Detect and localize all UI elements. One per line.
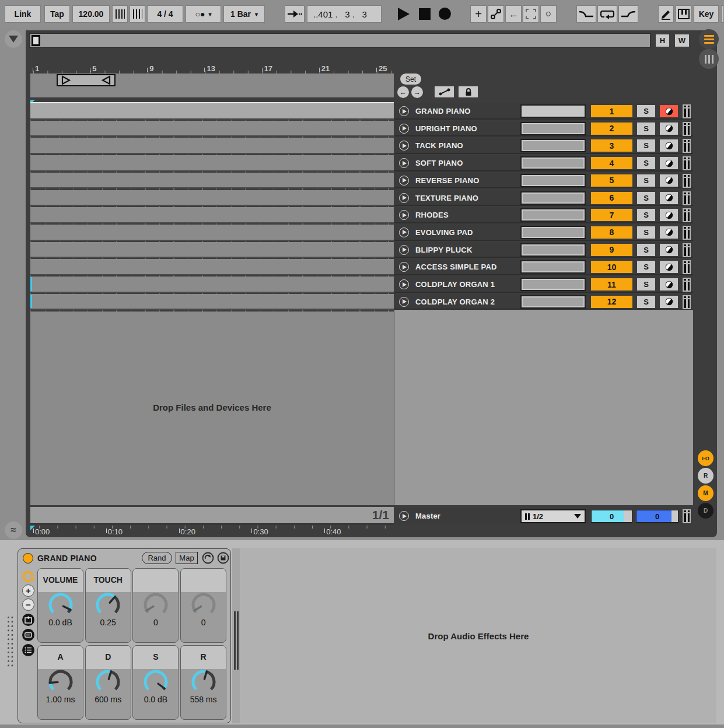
lock-envelopes-button[interactable] bbox=[459, 86, 478, 97]
track-lane[interactable] bbox=[30, 276, 394, 293]
track-header[interactable]: BLIPPY PLUCK 9 S bbox=[394, 242, 693, 258]
play-button[interactable] bbox=[398, 8, 410, 20]
solo-button[interactable]: S bbox=[637, 296, 655, 308]
track-number-button[interactable]: 4 bbox=[591, 157, 632, 169]
macro-knob[interactable] bbox=[47, 591, 75, 619]
solo-button[interactable]: S bbox=[637, 209, 655, 221]
arm-button[interactable] bbox=[660, 174, 678, 187]
beat-time-ruler[interactable]: 15913172125 bbox=[30, 61, 394, 74]
track-lane[interactable] bbox=[30, 259, 394, 275]
solo-button[interactable]: S bbox=[637, 174, 655, 187]
track-lane[interactable] bbox=[30, 102, 394, 120]
mixer-toggle-r[interactable]: R bbox=[698, 468, 713, 484]
arm-button[interactable] bbox=[660, 209, 678, 221]
track-header[interactable]: UPRIGHT PIANO 2 S bbox=[394, 121, 693, 137]
macro-knob-panel[interactable]: VOLUME 0.0 dB bbox=[37, 568, 83, 643]
quantization-menu[interactable]: 1 Bar ▾ bbox=[223, 5, 265, 23]
solo-button[interactable]: S bbox=[637, 244, 655, 256]
track-header[interactable]: TEXTURE PIANO 6 S bbox=[394, 190, 693, 206]
track-lane[interactable] bbox=[30, 207, 394, 223]
track-fader[interactable] bbox=[520, 260, 586, 274]
arrangement-position-display[interactable]: ..401 . 3 . 3 bbox=[307, 5, 382, 23]
track-number-button[interactable]: 3 bbox=[591, 139, 632, 152]
nudge-down-button[interactable] bbox=[112, 5, 128, 23]
track-header-empty-area[interactable] bbox=[394, 309, 693, 505]
prev-locator-button[interactable]: ← bbox=[397, 86, 409, 98]
mixer-panel-toggle-button[interactable] bbox=[699, 49, 719, 69]
macro-controls-toggle-button[interactable] bbox=[22, 629, 34, 641]
back-to-arrangement-button[interactable] bbox=[5, 30, 22, 48]
tempo-field[interactable]: 120.00 bbox=[72, 5, 110, 23]
solo-button[interactable]: S bbox=[637, 123, 655, 135]
hot-swap-button[interactable] bbox=[22, 570, 34, 582]
stop-button[interactable] bbox=[419, 8, 431, 20]
link-button[interactable]: Link bbox=[5, 5, 41, 23]
track-fader[interactable] bbox=[520, 156, 586, 170]
arm-button[interactable] bbox=[660, 296, 678, 308]
save-variation-button[interactable] bbox=[217, 552, 229, 564]
track-header[interactable]: COLDPLAY ORGAN 1 11 S bbox=[394, 276, 693, 293]
optimize-width-button[interactable]: W bbox=[675, 34, 689, 47]
macro-knob[interactable] bbox=[94, 668, 122, 696]
track-header[interactable]: TACK PIANO 3 S bbox=[394, 138, 693, 154]
track-lane[interactable] bbox=[30, 242, 394, 258]
track-lane[interactable] bbox=[30, 225, 394, 241]
mixer-toggle-i-o[interactable]: I-O bbox=[698, 450, 713, 466]
macro-knob-panel[interactable]: S 0.0 dB bbox=[132, 645, 179, 720]
track-fader[interactable] bbox=[520, 278, 586, 291]
time-ruler[interactable]: 0:000:100:200:300:40 bbox=[30, 526, 394, 537]
capture-button[interactable] bbox=[523, 5, 539, 23]
punch-out-button[interactable] bbox=[618, 5, 638, 23]
draw-automation-button[interactable] bbox=[435, 86, 454, 97]
macro-knob-panel[interactable]: 0 bbox=[180, 568, 226, 643]
solo-button[interactable]: S bbox=[637, 139, 655, 152]
arm-button[interactable] bbox=[660, 278, 678, 290]
chain-list-toggle-button[interactable] bbox=[22, 644, 34, 656]
track-header[interactable]: COLDPLAY ORGAN 2 12 S bbox=[394, 294, 693, 310]
macro-knob-panel[interactable]: R 558 ms bbox=[180, 645, 226, 720]
track-fader[interactable] bbox=[520, 208, 586, 222]
metronome-button[interactable]: ○● ▾ bbox=[186, 5, 221, 23]
track-number-button[interactable]: 10 bbox=[591, 261, 632, 273]
mixer-toggle-d[interactable]: D bbox=[698, 503, 713, 519]
device-chain-separator[interactable] bbox=[232, 548, 240, 723]
arm-button[interactable] bbox=[660, 192, 678, 204]
solo-button[interactable]: S bbox=[637, 278, 655, 290]
track-fader[interactable] bbox=[520, 191, 586, 205]
loop-length-row[interactable]: 1/1 bbox=[30, 507, 394, 524]
track-fader[interactable] bbox=[520, 139, 586, 152]
track-lane[interactable] bbox=[30, 294, 394, 310]
arm-button[interactable] bbox=[660, 261, 678, 273]
arrangement-track-lanes[interactable] bbox=[30, 103, 394, 312]
macro-knob[interactable] bbox=[142, 668, 170, 696]
arm-button[interactable] bbox=[660, 226, 678, 239]
track-lane[interactable] bbox=[30, 155, 394, 172]
waveform-toggle-button[interactable]: ≈ bbox=[5, 522, 22, 539]
track-number-button[interactable]: 11 bbox=[591, 278, 632, 290]
optimize-height-button[interactable]: H bbox=[656, 34, 669, 47]
track-header[interactable]: REVERSE PIANO 5 S bbox=[394, 173, 693, 189]
macro-variation-store-button[interactable] bbox=[22, 614, 34, 626]
master-track-header[interactable]: Master 1/2 0 0 bbox=[394, 508, 693, 524]
follow-button[interactable] bbox=[285, 5, 305, 23]
master-pan-box[interactable]: 0 bbox=[591, 510, 632, 523]
cue-out-selector[interactable]: 1/2 bbox=[520, 509, 586, 523]
solo-button[interactable]: S bbox=[637, 192, 655, 204]
macro-knob[interactable] bbox=[142, 591, 170, 619]
track-header[interactable]: ACCESS SIMPLE PAD 10 S bbox=[394, 259, 693, 275]
mixer-toggle-m[interactable]: M bbox=[698, 485, 713, 501]
track-lane[interactable] bbox=[30, 173, 394, 189]
macro-knob[interactable] bbox=[190, 668, 218, 696]
track-number-button[interactable]: 8 bbox=[591, 226, 632, 239]
loop-brace[interactable] bbox=[57, 74, 116, 86]
computer-midi-keyboard-button[interactable] bbox=[676, 5, 691, 23]
map-mode-button[interactable]: Map bbox=[176, 552, 198, 564]
draw-mode-button[interactable] bbox=[658, 5, 674, 23]
solo-button[interactable]: S bbox=[637, 157, 655, 169]
track-fader[interactable] bbox=[520, 243, 586, 257]
arm-button[interactable] bbox=[660, 123, 678, 135]
record-button[interactable] bbox=[439, 8, 451, 20]
track-fader[interactable] bbox=[520, 122, 586, 135]
track-number-button[interactable]: 2 bbox=[591, 123, 632, 135]
overdub-button[interactable]: + bbox=[470, 5, 487, 23]
